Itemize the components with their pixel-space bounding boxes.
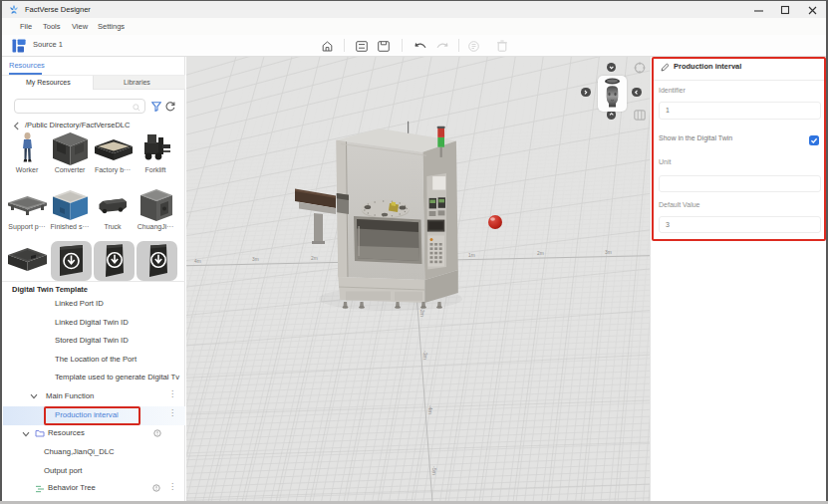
svg-text:3m: 3m: [252, 257, 259, 262]
svg-text:2m: 2m: [537, 251, 544, 256]
svg-text:-5m: -5m: [431, 466, 437, 475]
svg-text:-4m: -4m: [427, 405, 433, 414]
svg-text:2m: 2m: [311, 256, 318, 261]
svg-text:-3m: -3m: [422, 351, 428, 360]
svg-text:1m: 1m: [468, 253, 475, 258]
svg-text:3m: 3m: [605, 250, 612, 255]
svg-text:4m: 4m: [194, 259, 201, 264]
